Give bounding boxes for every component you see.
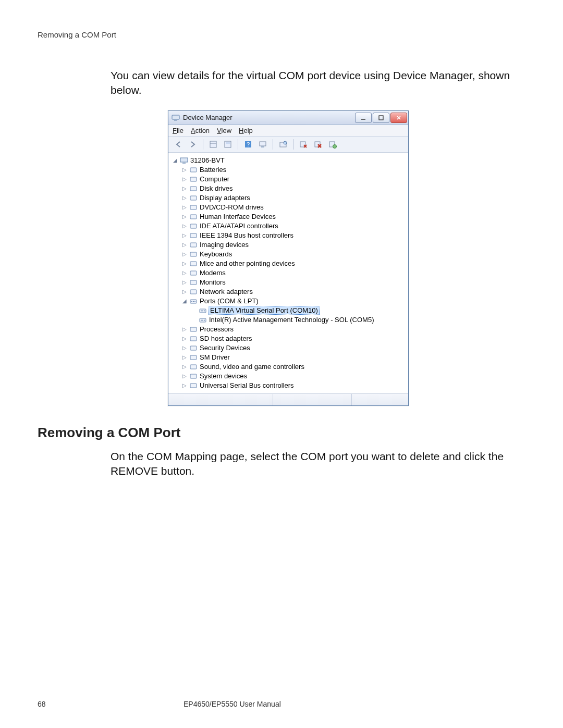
tree-category[interactable]: ▷Keyboards: [182, 250, 406, 259]
svg-point-48: [202, 319, 203, 320]
expand-icon[interactable]: ▷: [182, 204, 187, 210]
tree-category-label: Computer: [200, 175, 229, 183]
menu-view[interactable]: View: [217, 127, 231, 134]
collapse-icon[interactable]: ◢: [182, 298, 187, 304]
tree-category[interactable]: ▷Imaging devices: [182, 240, 406, 250]
tree-category[interactable]: ▷Universal Serial Bus controllers: [182, 381, 406, 390]
tree-category[interactable]: ▷Display adapters: [182, 193, 406, 203]
tree-root[interactable]: ◢ 31206-BVT: [173, 156, 406, 165]
toolbar-separator: [203, 139, 203, 150]
tree-category[interactable]: ▷Monitors: [182, 278, 406, 287]
window-title: Device Manager: [183, 114, 355, 121]
tree-category[interactable]: ▷SD host adapters: [182, 334, 406, 343]
device-category-icon: [189, 288, 198, 296]
device-tree[interactable]: ◢ 31206-BVT ▷Batteries▷Computer▷Disk dri…: [168, 153, 408, 393]
tree-category[interactable]: ▷Security Devices: [182, 343, 406, 353]
tree-category-label: Modems: [200, 269, 226, 277]
back-button[interactable]: [172, 138, 185, 151]
expand-icon[interactable]: ▷: [182, 232, 187, 238]
tree-category-label: Security Devices: [200, 344, 250, 352]
tree-device[interactable]: ELTIMA Virtual Serial Port (COM10): [191, 306, 406, 315]
forward-button[interactable]: [186, 138, 200, 151]
svg-point-21: [333, 144, 337, 148]
tree-category-label: SM Driver: [200, 353, 230, 361]
remove-para-before: On the COM Mapping page, select the COM …: [111, 450, 504, 462]
device-category-icon: [189, 222, 198, 230]
toolbar: ?: [168, 137, 408, 153]
tree-category[interactable]: ▷Mice and other pointing devices: [182, 259, 406, 268]
minimize-button[interactable]: [355, 113, 372, 123]
tree-category[interactable]: ▷Disk drives: [182, 184, 406, 193]
toolbar-separator: [238, 139, 238, 150]
properties-button[interactable]: [221, 138, 235, 151]
expand-icon[interactable]: ▷: [182, 279, 187, 285]
expand-icon[interactable]: ▷: [182, 326, 187, 332]
expand-icon[interactable]: ▷: [182, 345, 187, 351]
collapse-icon[interactable]: ◢: [173, 157, 178, 163]
disable-button[interactable]: [311, 138, 325, 151]
tree-category[interactable]: ▷IEEE 1394 Bus host controllers: [182, 231, 406, 240]
window-controls: [355, 113, 407, 123]
svg-point-44: [202, 310, 203, 311]
svg-rect-3: [379, 116, 383, 120]
expand-icon[interactable]: ▷: [182, 176, 187, 182]
expand-icon[interactable]: ▷: [182, 364, 187, 369]
expand-icon[interactable]: ▷: [182, 251, 187, 257]
device-category-icon: [189, 260, 198, 268]
maximize-button[interactable]: [373, 113, 389, 123]
tree-category-label: Processors: [200, 325, 234, 333]
update-driver-button[interactable]: [276, 138, 290, 151]
help-button[interactable]: ?: [241, 138, 255, 151]
expand-icon[interactable]: ▷: [182, 186, 187, 191]
device-category-icon: [189, 335, 198, 343]
expand-icon[interactable]: ▷: [182, 289, 187, 294]
computer-icon: [180, 156, 188, 165]
tree-category[interactable]: ▷System devices: [182, 372, 406, 381]
tree-category-ports[interactable]: ◢ Ports (COM & LPT): [182, 297, 406, 306]
enable-button[interactable]: [326, 138, 339, 151]
expand-icon[interactable]: ▷: [182, 270, 187, 276]
uninstall-button[interactable]: [297, 138, 310, 151]
expand-icon[interactable]: ▷: [182, 336, 187, 341]
expand-icon[interactable]: ▷: [182, 242, 187, 248]
tree-category[interactable]: ▷Network adapters: [182, 287, 406, 297]
device-category-icon: [189, 241, 198, 249]
tree-category[interactable]: ▷Computer: [182, 175, 406, 184]
expand-icon[interactable]: ▷: [182, 214, 187, 219]
expand-icon[interactable]: ▷: [182, 223, 187, 229]
tree-category-label: Human Interface Devices: [200, 213, 276, 220]
expand-icon[interactable]: ▷: [182, 261, 187, 266]
close-button[interactable]: [390, 113, 407, 123]
tree-category[interactable]: ▷Batteries: [182, 165, 406, 175]
show-hide-tree-button[interactable]: [206, 138, 220, 151]
tree-category[interactable]: ▷SM Driver: [182, 353, 406, 362]
tree-category[interactable]: ▷Modems: [182, 268, 406, 278]
menu-bar: File Action View Help: [168, 125, 408, 137]
tree-category[interactable]: ▷IDE ATA/ATAPI controllers: [182, 221, 406, 231]
expand-icon[interactable]: ▷: [182, 354, 187, 360]
expand-icon[interactable]: ▷: [182, 382, 187, 388]
menu-file[interactable]: File: [173, 127, 183, 134]
expand-icon[interactable]: ▷: [182, 195, 187, 201]
svg-point-49: [204, 319, 205, 320]
expand-icon[interactable]: ▷: [182, 167, 187, 172]
tree-category[interactable]: ▷Sound, video and game controllers: [182, 362, 406, 372]
svg-rect-0: [172, 115, 179, 119]
tree-device[interactable]: Intel(R) Active Management Technology - …: [191, 315, 406, 325]
menu-help[interactable]: Help: [239, 127, 253, 134]
tree-category-label: IEEE 1394 Bus host controllers: [200, 231, 293, 239]
tree-category[interactable]: ▷Processors: [182, 325, 406, 334]
svg-rect-50: [190, 327, 197, 331]
tree-category[interactable]: ▷Human Interface Devices: [182, 212, 406, 221]
svg-rect-22: [180, 158, 188, 162]
scan-hardware-button[interactable]: [256, 138, 270, 151]
svg-rect-24: [190, 168, 197, 172]
ports-icon: [189, 297, 198, 305]
expand-icon[interactable]: ▷: [182, 373, 187, 379]
intro-paragraph: You can view details for the virtual COM…: [111, 68, 525, 98]
tree-category[interactable]: ▷DVD/CD-ROM drives: [182, 203, 406, 212]
menu-action[interactable]: Action: [191, 127, 210, 134]
tree-category-label: IDE ATA/ATAPI controllers: [200, 222, 278, 230]
device-category-icon: [189, 213, 198, 221]
tree-category-label: Disk drives: [200, 184, 233, 192]
